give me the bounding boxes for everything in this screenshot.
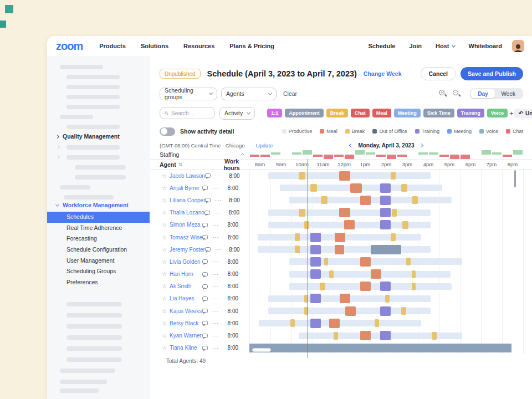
agent-column-header[interactable]: Agent (160, 161, 176, 168)
view-day-tab[interactable]: Day (471, 89, 494, 98)
agent-name-link[interactable]: Anjali Byrne (170, 185, 202, 191)
favorite-star-icon[interactable]: ☆ (162, 173, 167, 179)
activity-block-training[interactable] (380, 220, 391, 229)
agent-name-link[interactable]: Tiana Kline (170, 345, 202, 351)
more-options-icon[interactable]: ··· (215, 173, 222, 178)
favorite-star-icon[interactable]: ☆ (162, 247, 167, 253)
sort-icon[interactable]: ⇅ (178, 162, 183, 167)
more-options-icon[interactable]: ··· (212, 185, 219, 191)
agents-select[interactable]: Agents (221, 88, 277, 100)
more-options-icon[interactable]: ··· (212, 345, 219, 351)
chat-bubble-icon[interactable] (202, 272, 208, 277)
shift-bar-productive[interactable] (259, 320, 421, 326)
activity-block-break[interactable] (401, 307, 407, 315)
agent-name-link[interactable]: Ali Smith (170, 283, 202, 289)
show-activity-detail-toggle[interactable] (160, 127, 175, 136)
activity-block-training[interactable] (310, 257, 321, 267)
more-options-icon[interactable]: ··· (212, 320, 219, 326)
activity-chip-1-1[interactable]: 1:1 (267, 109, 282, 117)
sidebar-item-forecasting[interactable]: Forecasting (47, 233, 150, 244)
more-options-icon[interactable]: ··· (215, 247, 222, 252)
search-input[interactable] (171, 110, 210, 116)
favorite-star-icon[interactable]: ☆ (162, 259, 167, 265)
change-week-link[interactable]: Change Week (364, 70, 402, 77)
chat-bubble-icon[interactable] (202, 346, 208, 350)
chat-bubble-icon[interactable] (202, 321, 208, 325)
activity-block-break[interactable] (295, 245, 300, 253)
activity-block-break[interactable] (412, 196, 418, 204)
agent-timeline[interactable] (249, 305, 523, 317)
chat-bubble-icon[interactable] (204, 211, 210, 215)
more-options-icon[interactable]: ··· (212, 272, 219, 277)
user-avatar[interactable] (512, 40, 524, 52)
activity-block-meal[interactable] (360, 257, 371, 267)
agent-name-link[interactable]: Thalia Lozano (170, 209, 204, 216)
scheduling-groups-select[interactable]: Scheduling groups (160, 88, 217, 100)
sidebar-item-scheduling-groups[interactable]: Scheduling Groups (47, 266, 150, 277)
favorite-star-icon[interactable]: ☆ (162, 234, 167, 241)
activity-block-meal[interactable] (350, 183, 362, 193)
activity-block-training[interactable] (380, 282, 391, 291)
activity-block-break[interactable] (295, 233, 300, 241)
activity-block-break[interactable] (320, 283, 325, 290)
activity-chip-break[interactable]: Break (326, 109, 348, 117)
activity-block-break[interactable] (391, 172, 396, 180)
activity-chip-meal[interactable]: Meal (372, 109, 391, 117)
activity-block-break[interactable] (304, 221, 310, 229)
more-options-icon[interactable]: ··· (214, 210, 221, 216)
activity-block-break[interactable] (299, 172, 305, 180)
more-options-icon[interactable]: ··· (212, 308, 219, 314)
agent-timeline[interactable] (249, 280, 523, 293)
agent-timeline[interactable] (249, 329, 523, 341)
activity-block-meal[interactable] (335, 233, 345, 242)
sidebar-item-schedule-configuration[interactable]: Schedule Configuration (47, 244, 150, 255)
agent-timeline[interactable] (249, 194, 523, 206)
favorite-star-icon[interactable]: ☆ (162, 283, 167, 289)
zoom-logo[interactable]: zoom (56, 40, 83, 53)
agent-name-link[interactable]: Simon Meza (170, 222, 202, 228)
favorite-star-icon[interactable]: ☆ (162, 271, 167, 277)
activity-block-meal[interactable] (339, 171, 351, 181)
activity-block-meal[interactable] (371, 269, 381, 279)
activity-block-meal[interactable] (344, 220, 355, 229)
activity-block-break[interactable] (375, 319, 379, 327)
chat-bubble-icon[interactable] (205, 247, 211, 252)
activity-block-training[interactable] (310, 269, 321, 279)
agent-timeline[interactable] (249, 293, 523, 305)
save-and-publish-button[interactable]: Save and Publish (461, 67, 523, 80)
activity-block-break[interactable] (321, 196, 327, 204)
activity-block-training[interactable] (310, 319, 321, 328)
more-options-icon[interactable]: ··· (212, 296, 219, 301)
favorite-star-icon[interactable]: ☆ (162, 197, 167, 203)
nav-schedule[interactable]: Schedule (369, 43, 396, 49)
more-options-icon[interactable]: ··· (212, 259, 219, 264)
activity-chip-chat[interactable]: Chat (351, 109, 370, 117)
sidebar-item-preferences[interactable]: Preferences (47, 277, 150, 288)
favorite-star-icon[interactable]: ☆ (162, 320, 167, 326)
activity-block-training[interactable] (310, 233, 321, 242)
nav-host[interactable]: Host (436, 43, 454, 49)
more-options-icon[interactable]: ··· (212, 222, 219, 228)
activity-block-break[interactable] (432, 332, 437, 340)
favorite-star-icon[interactable]: ☆ (162, 209, 167, 216)
nav-resources[interactable]: Resources (183, 43, 214, 49)
agent-timeline[interactable] (249, 219, 523, 231)
more-options-icon[interactable]: ··· (212, 284, 219, 289)
activity-block-training[interactable] (310, 294, 321, 303)
nav-plans-pricing[interactable]: Plans & Pricing (229, 43, 274, 49)
favorite-star-icon[interactable]: ☆ (162, 345, 167, 351)
vertical-scrollbar-thumb[interactable] (514, 170, 516, 187)
activity-block-fullday[interactable] (249, 344, 511, 352)
activity-block-break[interactable] (392, 209, 397, 217)
chat-bubble-icon[interactable] (202, 235, 208, 239)
sidebar-item-real-time-adherence[interactable]: Real Time Adherence (47, 223, 150, 234)
shift-bar-productive[interactable] (258, 246, 431, 253)
activity-block-break[interactable] (401, 184, 407, 192)
favorite-star-icon[interactable]: ☆ (162, 308, 167, 314)
activity-block-meal[interactable] (360, 196, 371, 205)
activity-block-break[interactable] (385, 295, 390, 303)
activity-block-training[interactable] (380, 208, 391, 217)
activity-block-training[interactable] (380, 331, 391, 340)
chat-bubble-icon[interactable] (202, 259, 208, 264)
activity-block-meal[interactable] (360, 331, 371, 340)
